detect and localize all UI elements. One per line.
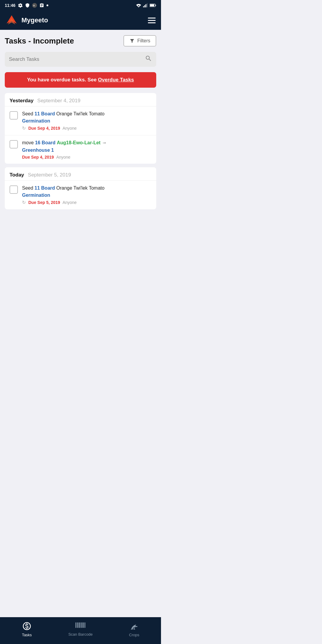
notification-dot [47,4,48,6]
wifi-icon [136,3,141,7]
battery-icon [150,4,156,7]
task-board-num-2: 16 [35,140,41,145]
day-label-yesterday: Yesterday [10,98,33,103]
svg-rect-7 [155,5,156,6]
task-board-label-3: Board [41,185,55,191]
overdue-text: You have overdue tasks. See [27,77,98,83]
status-bar: 11:46 A [0,0,161,11]
task-category-1: Germination [22,118,151,124]
svg-rect-1 [143,6,144,7]
recurring-icon-3: ↻ [22,200,26,205]
date-label-today: September 5, 2019 [28,172,71,178]
task-board-num-1: 11 [35,111,40,116]
status-time: 11:46 [5,3,16,8]
svg-text:A: A [33,4,35,7]
svg-rect-4 [147,3,148,7]
gear-status-icon [18,3,23,8]
task-category-3: Germination [22,193,151,198]
filter-icon [129,38,135,44]
section-header-yesterday: Yesterday September 4, 2019 [5,93,156,106]
search-icon [145,55,152,64]
task-board-label-2: Board [42,140,55,145]
filters-button[interactable]: Filters [123,35,156,47]
recurring-icon-1: ↻ [22,126,26,131]
task-board-label-1: Board [41,111,55,116]
task-main-text-2: move 16 Board Aug18-Ewo-Lar-Let → [22,140,151,146]
task-section-yesterday: Yesterday September 4, 2019 Seed 11 Boar… [5,93,156,164]
task-assignee-1: Anyone [63,126,77,131]
task-assignee-3: Anyone [63,200,77,205]
svg-rect-6 [150,4,154,6]
table-row[interactable]: Seed 11 Board Orange Twi'lek Tomato Germ… [5,180,156,209]
task-due-1: Due Sep 4, 2019 [28,126,60,131]
task-main-text-1: Seed 11 Board Orange Twi'lek Tomato [22,111,151,117]
overdue-link[interactable]: Overdue Tasks [98,77,134,83]
task-main-text-3: Seed 11 Board Orange Twi'lek Tomato [22,185,151,191]
task-due-row-3: ↻ Due Sep 5, 2019 Anyone [22,200,151,205]
svg-rect-2 [144,5,145,7]
main-content: Tasks - Incomplete Filters You have over… [0,30,161,255]
shield-status-icon [25,3,30,8]
task-checkbox-3[interactable] [10,185,18,194]
search-bar[interactable] [5,52,156,67]
task-section-today: Today September 5, 2019 Seed 11 Board Or… [5,167,156,209]
date-label-yesterday: September 4, 2019 [37,98,80,103]
page-header: Tasks - Incomplete Filters [5,35,156,47]
table-row[interactable]: move 16 Board Aug18-Ewo-Lar-Let → Greenh… [5,135,156,163]
svg-rect-3 [145,4,146,7]
task-due-2: Due Sep 4, 2019 [22,155,54,160]
signal-icon [143,3,148,7]
task-checkbox-2[interactable] [10,140,18,148]
nav-brand: Mygeeto [5,14,48,27]
page-title: Tasks - Incomplete [5,36,74,46]
top-nav: Mygeeto [0,11,161,30]
overdue-banner[interactable]: You have overdue tasks. See Overdue Task… [5,72,156,88]
task-content-2: move 16 Board Aug18-Ewo-Lar-Let → Greenh… [22,140,151,159]
app-title: Mygeeto [21,16,48,24]
section-header-today: Today September 5, 2019 [5,167,156,180]
clipboard-icon [39,3,44,8]
task-due-row-1: ↻ Due Sep 4, 2019 Anyone [22,126,151,131]
task-category-2: Greenhouse 1 [22,148,151,153]
task-due-row-2: Due Sep 4, 2019 Anyone [22,155,151,160]
menu-button[interactable] [148,18,156,23]
task-board-num-3: 11 [35,185,40,191]
task-content-1: Seed 11 Board Orange Twi'lek Tomato Germ… [22,111,151,131]
task-due-3: Due Sep 5, 2019 [28,200,60,205]
day-label-today: Today [10,172,24,178]
task-batch-2: Aug18-Ewo-Lar-Let [57,140,101,145]
filters-label: Filters [137,38,150,44]
table-row[interactable]: Seed 11 Board Orange Twi'lek Tomato Germ… [5,106,156,135]
task-checkbox-1[interactable] [10,111,18,120]
app-logo [5,14,18,27]
task-assignee-2: Anyone [56,155,70,160]
task-content-3: Seed 11 Board Orange Twi'lek Tomato Germ… [22,185,151,205]
search-input[interactable] [9,56,142,62]
a-icon: A [32,3,37,8]
